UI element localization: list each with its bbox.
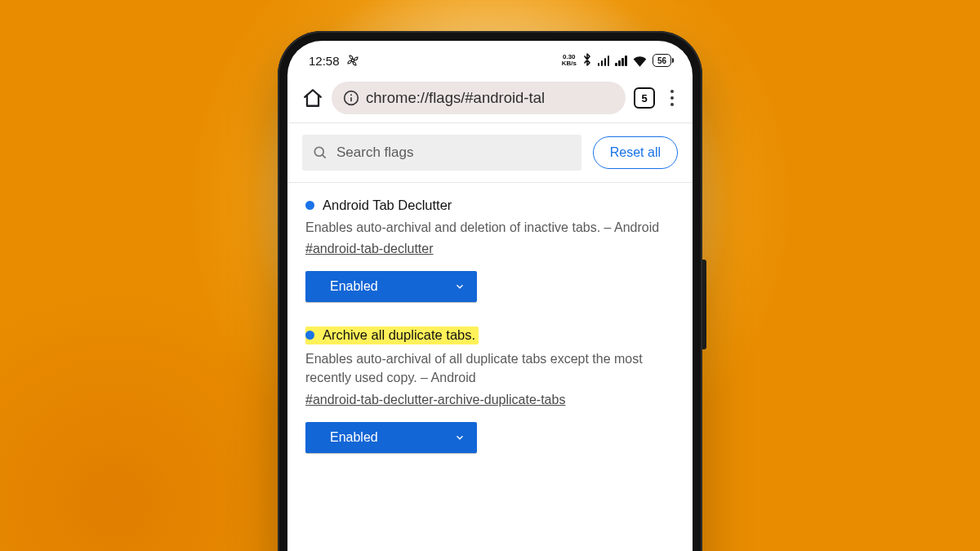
signal-icon [615,56,627,66]
flag-value: Enabled [330,279,378,294]
search-input[interactable]: Search flags [302,135,581,171]
phone-screen: 12:58 0.30 KB/s [287,41,693,551]
flag-hash-link[interactable]: #android-tab-declutter-archive-duplicate… [305,393,565,407]
flag-title: Archive all duplicate tabs. [323,327,475,343]
flag-item: Archive all duplicate tabs. Enables auto… [287,317,693,467]
flag-status-dot-icon [305,331,314,340]
browser-toolbar: chrome://flags/#android-tal 5 [287,75,693,122]
battery-level: 56 [657,56,666,65]
wifi-icon [633,56,647,66]
reset-all-label: Reset all [610,145,661,160]
phone-side-button [702,260,706,349]
tab-count: 5 [641,92,647,104]
flag-description: Enables auto-archival of all duplicate t… [305,349,675,387]
url-bar[interactable]: chrome://flags/#android-tal [332,82,626,114]
flags-list: Android Tab Declutter Enables auto-archi… [287,183,693,468]
flag-hash-link[interactable]: #android-tab-declutter [305,242,434,256]
status-bar: 12:58 0.30 KB/s [287,41,693,75]
status-time: 12:58 [309,54,340,68]
search-placeholder: Search flags [336,144,414,161]
tab-switcher-button[interactable]: 5 [634,87,655,109]
overflow-menu-icon[interactable] [663,89,681,107]
pinwheel-icon [346,54,359,67]
network-rate-unit: KB/s [562,60,577,67]
flag-description: Enables auto-archival and deletion of in… [305,218,675,237]
svg-point-3 [350,94,352,96]
flag-value: Enabled [330,430,378,445]
flag-value-select[interactable]: Enabled [305,271,477,302]
info-icon [343,90,359,106]
flag-title: Android Tab Declutter [323,198,452,213]
flag-title-row: Android Tab Declutter [305,198,675,213]
chevron-down-icon [454,432,466,443]
flag-title-row: Archive all duplicate tabs. [305,327,675,344]
flag-status-dot-icon [305,201,314,210]
svg-line-5 [323,155,326,158]
flag-value-select[interactable]: Enabled [305,422,477,453]
flag-item: Android Tab Declutter Enables auto-archi… [287,188,693,317]
signal-icon [598,56,610,66]
bluetooth-icon [582,53,592,69]
svg-point-4 [314,147,323,156]
phone-frame: 12:58 0.30 KB/s [278,31,702,551]
reset-all-button[interactable]: Reset all [593,136,678,169]
home-icon[interactable] [302,87,323,109]
url-text: chrome://flags/#android-tal [366,89,545,107]
battery-indicator: 56 [653,54,671,67]
network-rate: 0.30 KB/s [562,54,577,67]
chevron-down-icon [454,281,466,292]
search-icon [312,144,328,161]
